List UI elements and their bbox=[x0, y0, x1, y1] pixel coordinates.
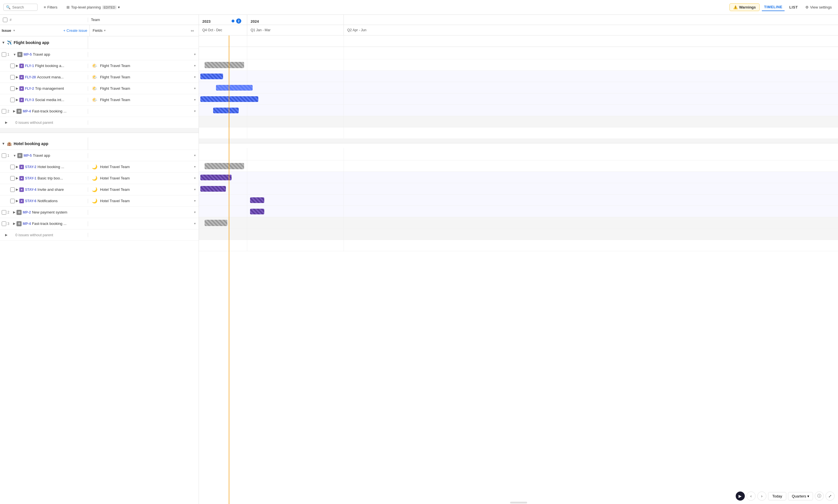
expand-stay1[interactable]: ▶ bbox=[16, 176, 18, 180]
fly2-team-name: Flight Travel Team bbox=[100, 86, 130, 91]
info-button[interactable]: ⓘ bbox=[815, 491, 824, 501]
group-collapse-hotel[interactable]: ▼ bbox=[2, 142, 5, 146]
expand-mp2-hotel[interactable]: ▶ bbox=[13, 211, 15, 214]
nav-prev-button[interactable]: ‹ bbox=[747, 491, 755, 501]
checkbox-mp5-hotel[interactable] bbox=[2, 153, 6, 158]
view-settings-button[interactable]: ⚙ View settings bbox=[802, 4, 835, 11]
stay1-chevron[interactable]: ▾ bbox=[194, 176, 196, 180]
tab-list[interactable]: LIST bbox=[787, 4, 800, 11]
expand-stay4[interactable]: ▶ bbox=[16, 188, 18, 192]
gantt-row-fly2 bbox=[199, 93, 838, 105]
search-input[interactable] bbox=[12, 5, 35, 10]
fly28-link[interactable]: FLY-28 bbox=[25, 75, 36, 79]
fly1-team-name: Flight Travel Team bbox=[100, 64, 130, 68]
fly3-chevron[interactable]: ▾ bbox=[194, 98, 196, 102]
mp5-hotel-chevron[interactable]: ▾ bbox=[194, 154, 196, 157]
fields-col-title: Fields bbox=[93, 29, 103, 33]
milestone-dot-2: 2 bbox=[236, 18, 241, 23]
checkbox-mp2-hotel[interactable] bbox=[2, 210, 6, 215]
fly1-link[interactable]: FLY-1 bbox=[25, 64, 34, 68]
today-button[interactable]: Today bbox=[768, 492, 787, 500]
mp4-hotel-title: Fast-track booking ... bbox=[32, 221, 67, 226]
select-all-checkbox[interactable] bbox=[3, 18, 7, 22]
mp2-hotel-link[interactable]: MP-2 bbox=[23, 211, 31, 214]
mp5-flight-link[interactable]: MP-5 bbox=[23, 53, 32, 56]
gantt-row-no-parent-flight bbox=[199, 127, 838, 139]
checkbox-fly3[interactable] bbox=[10, 98, 15, 102]
expand-fly1[interactable]: ▶ bbox=[16, 64, 18, 68]
group-collapse-flight[interactable]: ▼ bbox=[2, 41, 5, 44]
gantt-row-mp2-hotel bbox=[199, 217, 838, 229]
stay2-chevron[interactable]: ▾ bbox=[194, 165, 196, 169]
mp4-hotel-link[interactable]: MP-4 bbox=[23, 222, 31, 226]
nav-play-button[interactable]: ▶ bbox=[736, 491, 745, 501]
checkbox-stay1[interactable] bbox=[10, 176, 15, 181]
mp4-flight-link[interactable]: MP-4 bbox=[23, 109, 31, 113]
checkbox-fly1[interactable] bbox=[10, 64, 15, 68]
stay6-chevron[interactable]: ▾ bbox=[194, 199, 196, 203]
warnings-button[interactable]: ⚠️ Warnings bbox=[730, 3, 760, 11]
stay1-link[interactable]: STAY-1 bbox=[25, 176, 36, 180]
checkbox-stay4[interactable] bbox=[10, 187, 15, 192]
sort-icon: ▾ bbox=[13, 29, 15, 32]
mp4-flight-chevron[interactable]: ▾ bbox=[194, 109, 196, 113]
fly2-link[interactable]: FLY-2 bbox=[25, 87, 34, 91]
checkbox-stay6[interactable] bbox=[10, 199, 15, 203]
checkbox-stay2[interactable] bbox=[10, 165, 15, 169]
stay2-icon: ★ bbox=[19, 165, 24, 169]
filters-button[interactable]: ≡ Filters bbox=[41, 4, 60, 11]
fly28-chevron[interactable]: ▾ bbox=[194, 75, 196, 79]
horizontal-scrollbar[interactable] bbox=[510, 502, 527, 503]
checkbox-fly28[interactable] bbox=[10, 75, 15, 79]
expand-mp5-flight[interactable]: ▼ bbox=[13, 53, 16, 56]
checkbox-fly2[interactable] bbox=[10, 86, 15, 91]
create-issue-button[interactable]: + Create issue bbox=[63, 29, 87, 33]
no-parent-label-flight[interactable]: 0 issues without parent bbox=[8, 120, 53, 125]
quarters-button[interactable]: Quarters ▾ bbox=[788, 492, 813, 500]
planning-button[interactable]: ⊞ Top-level planning EDITED ▾ bbox=[64, 4, 123, 11]
stay6-link[interactable]: STAY-6 bbox=[25, 199, 36, 203]
stay2-team-icon: 🌙 bbox=[91, 163, 98, 170]
flight-group-title: Flight booking app bbox=[14, 40, 49, 45]
mp2-hotel-chevron[interactable]: ▾ bbox=[194, 211, 196, 214]
fly1-chevron[interactable]: ▾ bbox=[194, 64, 196, 68]
stay4-link[interactable]: STAY-4 bbox=[25, 188, 36, 192]
row-fly3: ▶ ★ FLY-3 Social media int... 🌤️ Flight … bbox=[0, 94, 199, 106]
expand-fly28[interactable]: ▶ bbox=[16, 75, 18, 79]
expand-mp5-hotel[interactable]: ▼ bbox=[13, 154, 16, 157]
stay2-link[interactable]: STAY-2 bbox=[25, 165, 36, 169]
toolbar-right: ⚠️ Warnings TIMELINE LIST ⚙ View setting… bbox=[730, 3, 835, 11]
fly3-team-icon: 🌤️ bbox=[91, 96, 98, 104]
expand-gantt-button[interactable]: ⤢ bbox=[825, 491, 835, 501]
fly2-chevron[interactable]: ▾ bbox=[194, 87, 196, 90]
q4-label: Q4 Oct - Dec bbox=[202, 28, 222, 32]
column-headers: # Team bbox=[0, 15, 199, 25]
gantt-row-fly1 bbox=[199, 71, 838, 82]
filter-icon: ≡ bbox=[44, 5, 46, 10]
nav-next-button[interactable]: › bbox=[757, 491, 766, 501]
no-parent-label-hotel[interactable]: 0 issues without parent bbox=[8, 233, 53, 237]
stay4-chevron[interactable]: ▾ bbox=[194, 188, 196, 192]
mp5-hotel-link[interactable]: MP-5 bbox=[23, 154, 32, 158]
expand-fly2[interactable]: ▶ bbox=[16, 87, 18, 90]
expand-fly3[interactable]: ▶ bbox=[16, 98, 18, 102]
stay1-icon: ★ bbox=[19, 176, 24, 181]
expand-mp4-flight[interactable]: ▶ bbox=[13, 109, 15, 113]
checkbox-mp5-flight[interactable] bbox=[2, 52, 6, 57]
mp5-flight-chevron[interactable]: ▾ bbox=[194, 53, 196, 56]
expand-stay6[interactable]: ▶ bbox=[16, 199, 18, 203]
gantt-panel: 2023 2 2024 Q4 Oct - Dec Q1 bbox=[199, 15, 838, 504]
hotel-app-icon: 🏨 bbox=[6, 141, 13, 147]
checkbox-mp4-hotel[interactable] bbox=[2, 221, 6, 226]
fly3-link[interactable]: FLY-3 bbox=[25, 98, 34, 102]
expand-stay2[interactable]: ▶ bbox=[16, 165, 18, 169]
expand-mp4-hotel[interactable]: ▶ bbox=[13, 222, 15, 226]
row-stay2: ▶ ★ STAY-2 Hotel booking ... 🌙 Hotel Tra… bbox=[0, 161, 199, 173]
row-stay6: ▶ ★ STAY-6 Notifications 🌙 Hotel Travel … bbox=[0, 195, 199, 207]
mp4-hotel-chevron[interactable]: ▾ bbox=[194, 222, 196, 226]
search-box[interactable]: 🔍 bbox=[3, 4, 37, 11]
collapse-icon[interactable]: ⇔ bbox=[191, 29, 194, 33]
settings-icon: ⚙ bbox=[805, 5, 809, 10]
checkbox-mp4-flight[interactable] bbox=[2, 109, 6, 113]
tab-timeline[interactable]: TIMELINE bbox=[762, 3, 785, 11]
